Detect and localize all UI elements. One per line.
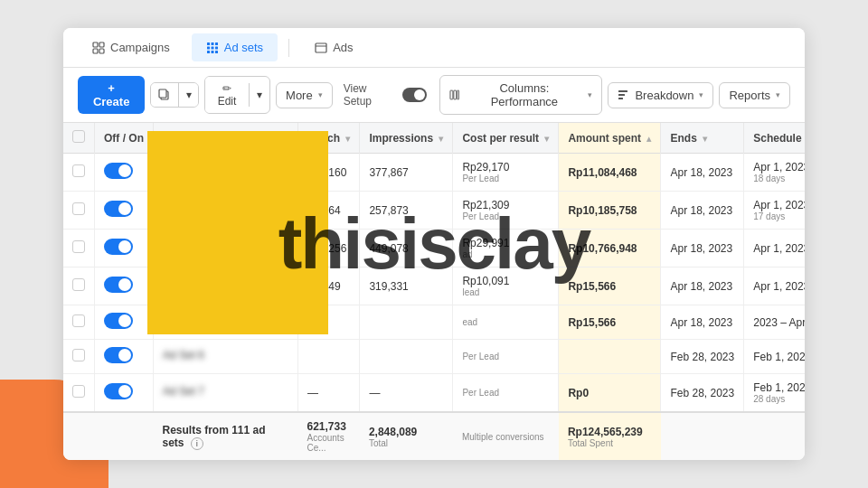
th-impressions: Impressions ▾ (360, 123, 453, 154)
table-row: Ad Set 7——Per LeadRp0Feb 28, 2023Feb 1, … (63, 374, 805, 413)
columns-button[interactable]: Columns: Performance ▾ (439, 75, 603, 115)
svg-rect-5 (211, 42, 213, 45)
reach-sort-icon[interactable]: ▾ (345, 134, 350, 144)
svg-rect-6 (215, 42, 218, 45)
row-toggle[interactable] (104, 313, 133, 329)
row-toggle[interactable] (104, 383, 133, 399)
row-cost: Rp29,991ad (453, 230, 559, 267)
tab-adsets[interactable]: Ad sets (192, 33, 278, 61)
row-amount: Rp10,185,758 (559, 192, 661, 230)
amount-sort-icon[interactable]: ▴ (646, 134, 651, 144)
row-ends: Apr 18, 2023 (661, 230, 744, 267)
row-amount: Rp15,566 (559, 267, 661, 305)
copy-button[interactable] (151, 83, 178, 107)
more-button[interactable]: More ▾ (276, 82, 333, 108)
footer-toggle (95, 412, 154, 460)
row-checkbox[interactable] (72, 314, 85, 327)
th-cost: Cost per result ▾ (453, 123, 559, 154)
row-checkbox[interactable] (72, 240, 85, 253)
row-ends: Apr 18, 2023 (661, 305, 744, 340)
row-toggle-cell (95, 374, 154, 413)
svg-rect-13 (316, 43, 326, 52)
svg-rect-10 (207, 51, 210, 53)
row-checkbox[interactable] (72, 349, 85, 361)
row-impressions (360, 340, 453, 374)
copy-duplicate-group: ▾ (150, 82, 199, 108)
row-toggle[interactable] (104, 239, 133, 255)
row-toggle[interactable] (104, 277, 133, 293)
row-cost: Rp21,309Per Lead (453, 192, 559, 230)
footer-row: Results from 111 ad sets i 621,733 Accou… (63, 412, 805, 460)
row-checkbox[interactable] (72, 164, 85, 177)
row-toggle[interactable] (104, 163, 133, 179)
row-ends: Feb 28, 2023 (661, 340, 744, 374)
row-toggle[interactable] (104, 201, 133, 217)
row-adset: Ad Set 6 (154, 340, 298, 374)
row-checkbox-cell (63, 374, 95, 413)
yellow-overlay (147, 131, 328, 334)
row-checkbox[interactable] (72, 385, 85, 398)
edit-group: ✏ Edit ▾ (204, 76, 270, 114)
row-toggle-cell (95, 230, 154, 267)
header-checkbox[interactable] (72, 130, 85, 143)
impressions-sort-icon[interactable]: ▾ (439, 134, 443, 144)
svg-rect-11 (211, 51, 213, 53)
row-toggle-cell (95, 192, 154, 230)
row-toggle-cell (95, 267, 154, 305)
row-toggle-cell (95, 340, 154, 374)
th-amount: Amount spent ▴ (559, 123, 661, 154)
row-checkbox-cell (63, 305, 95, 340)
more-label: More (286, 89, 313, 102)
svg-rect-19 (457, 90, 458, 99)
row-impressions: — (360, 374, 453, 413)
results-info-icon[interactable]: i (191, 437, 203, 450)
footer-impressions: 2,848,089 Total (360, 412, 453, 460)
duplicate-chevron-button[interactable]: ▾ (178, 83, 199, 107)
th-cost-label: Cost per result (462, 132, 539, 145)
footer-cb (63, 412, 95, 460)
tab-ads-label: Ads (333, 41, 353, 54)
footer-ends (661, 412, 744, 460)
svg-rect-1 (99, 42, 104, 47)
tab-ads[interactable]: Ads (300, 33, 367, 61)
campaigns-icon (92, 42, 105, 54)
create-button[interactable]: + Create (78, 76, 145, 114)
row-checkbox[interactable] (72, 278, 85, 291)
row-checkbox-cell (63, 192, 95, 230)
more-chevron-icon: ▾ (318, 90, 323, 99)
row-schedule: Feb 1, 2023 – Feb 28, 20228 days (744, 374, 805, 413)
row-schedule: Apr 1, 2023 – Apr 18, 20218 days (744, 154, 805, 192)
edit-chevron-button[interactable]: ▾ (249, 83, 269, 107)
svg-rect-22 (618, 98, 623, 99)
row-reach: — (298, 374, 360, 413)
row-amount: Rp10,766,948 (559, 230, 661, 267)
svg-rect-20 (618, 90, 627, 92)
reports-button[interactable]: Reports ▾ (719, 82, 790, 108)
row-impressions: 257,873 (360, 192, 453, 230)
columns-label: Columns: Performance (466, 81, 582, 108)
row-cost: ead (453, 305, 559, 340)
row-cost: Per Lead (453, 340, 559, 374)
svg-rect-9 (215, 46, 218, 49)
footer-amount-total: Rp124,565,239 (568, 426, 643, 438)
ads-icon (315, 42, 327, 54)
view-setup-toggle[interactable] (402, 88, 427, 102)
row-toggle[interactable] (104, 347, 133, 363)
edit-button[interactable]: ✏ Edit (205, 77, 249, 113)
tab-bar: Campaigns Ad sets (63, 28, 805, 68)
row-schedule: Feb 1, 2023 – Feb 28, 202 (744, 340, 805, 374)
ends-sort-icon[interactable]: ▾ (703, 134, 707, 144)
view-setup-label: View Setup (344, 82, 397, 108)
footer-reach: 621,733 Accounts Ce... (298, 412, 360, 460)
table-row: Ad Set 6Per LeadFeb 28, 2023Feb 1, 2023 … (63, 340, 805, 374)
row-checkbox[interactable] (72, 202, 85, 215)
breakdown-button[interactable]: Breakdown ▾ (608, 82, 713, 108)
row-ends: Feb 28, 2023 (661, 374, 744, 413)
svg-rect-4 (207, 42, 210, 45)
svg-rect-21 (618, 94, 625, 96)
row-checkbox-cell (63, 267, 95, 305)
svg-rect-18 (454, 90, 457, 99)
th-schedule-label: Schedule (753, 132, 801, 145)
tab-campaigns[interactable]: Campaigns (78, 33, 184, 61)
cost-sort-icon[interactable]: ▾ (544, 134, 549, 144)
